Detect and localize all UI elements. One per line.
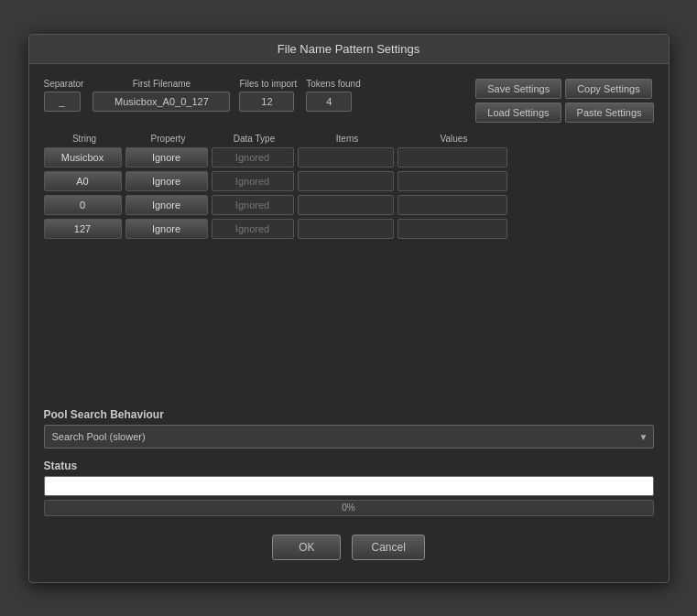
status-input[interactable]: [44, 476, 654, 496]
col-header-items: Items: [299, 134, 396, 144]
pattern-container: String Property Data Type Items Values M…: [44, 134, 654, 239]
settings-buttons: Save Settings Copy Settings Load Setting…: [475, 79, 653, 123]
status-section: Status 0%: [44, 459, 654, 516]
bottom-buttons: OK Cancel: [44, 535, 654, 560]
table-row: 127 Ignore Ignored: [44, 219, 654, 239]
items-cell-1: [298, 171, 394, 191]
values-cell-1: [398, 171, 507, 191]
items-cell-0: [298, 147, 394, 168]
string-cell-2: 0: [44, 195, 122, 215]
string-cell-3: 127: [44, 219, 122, 239]
first-filename-label: First Filename: [93, 79, 230, 89]
datatype-cell-3: Ignored: [212, 219, 294, 239]
files-to-import-input[interactable]: [239, 92, 294, 112]
table-row: 0 Ignore Ignored: [44, 195, 654, 215]
string-cell-0: Musicbox: [44, 147, 122, 168]
property-cell-3[interactable]: Ignore: [125, 219, 208, 239]
property-cell-2[interactable]: Ignore: [125, 195, 208, 215]
pool-search-label: Pool Search Behaviour: [44, 408, 654, 421]
string-cell-1: A0: [44, 171, 122, 191]
col-header-datatype: Data Type: [213, 134, 296, 144]
tokens-found-group: Tokens found: [306, 79, 361, 112]
datatype-cell-2: Ignored: [212, 195, 294, 215]
files-to-import-label: Files to import: [239, 79, 297, 89]
cancel-button[interactable]: Cancel: [352, 535, 424, 560]
table-row: A0 Ignore Ignored: [44, 171, 654, 191]
title-bar: File Name Pattern Settings: [29, 35, 669, 64]
first-filename-group: First Filename: [93, 79, 230, 112]
first-filename-input[interactable]: [93, 92, 230, 112]
pattern-header-row: String Property Data Type Items Values: [44, 134, 654, 144]
pool-search-select-wrapper: Search Pool (slower) Quick Search No Sea…: [44, 425, 654, 448]
values-cell-0: [398, 147, 507, 168]
dialog-title: File Name Pattern Settings: [278, 42, 419, 56]
table-row: Musicbox Ignore Ignored: [44, 147, 654, 168]
separator-input[interactable]: [44, 92, 81, 112]
files-to-import-group: Files to import: [239, 79, 297, 112]
col-header-property: Property: [127, 134, 210, 144]
top-controls-row: Separator First Filename Files to import…: [44, 79, 654, 123]
items-cell-2: [298, 195, 394, 215]
paste-settings-button[interactable]: Paste Settings: [565, 103, 654, 123]
ok-button[interactable]: OK: [272, 535, 341, 560]
datatype-cell-1: Ignored: [212, 171, 294, 191]
separator-group: Separator: [44, 79, 84, 112]
col-header-string: String: [46, 134, 124, 144]
pool-search-section: Pool Search Behaviour Search Pool (slowe…: [44, 408, 654, 448]
datatype-cell-0: Ignored: [212, 147, 294, 168]
copy-settings-button[interactable]: Copy Settings: [565, 79, 651, 99]
load-settings-button[interactable]: Load Settings: [475, 103, 561, 123]
status-label: Status: [44, 459, 654, 472]
items-cell-3: [298, 219, 394, 239]
progress-label: 0%: [342, 503, 354, 513]
separator-label: Separator: [44, 79, 84, 89]
tokens-found-label: Tokens found: [306, 79, 361, 89]
values-cell-2: [398, 195, 507, 215]
col-header-values: Values: [399, 134, 509, 144]
modal-dialog: File Name Pattern Settings Separator Fir…: [28, 34, 670, 583]
pool-search-select[interactable]: Search Pool (slower) Quick Search No Sea…: [44, 425, 654, 448]
property-cell-1[interactable]: Ignore: [125, 171, 208, 191]
values-cell-3: [398, 219, 507, 239]
tokens-found-input[interactable]: [306, 92, 352, 112]
progress-bar-container: 0%: [44, 500, 654, 516]
property-cell-0[interactable]: Ignore: [125, 147, 208, 168]
save-settings-button[interactable]: Save Settings: [475, 79, 561, 99]
